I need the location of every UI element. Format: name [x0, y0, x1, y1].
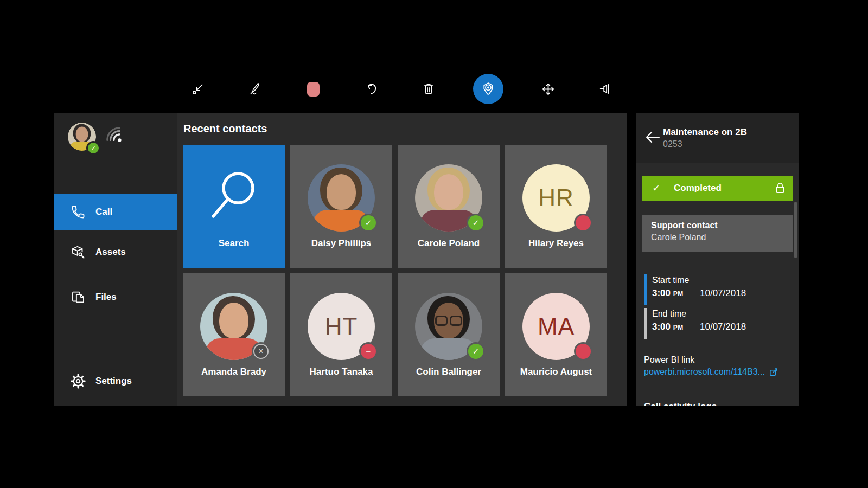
- sidebar-item-label: Settings: [95, 376, 132, 387]
- start-time-accent-bar: [644, 274, 647, 305]
- start-time-value: 3:00 PM 10/07/2018: [652, 288, 684, 299]
- search-tile[interactable]: Search: [183, 145, 285, 268]
- avatar-face: [219, 303, 248, 338]
- move-button[interactable]: [535, 76, 561, 102]
- avatar: MA: [522, 293, 590, 360]
- support-contact-card[interactable]: Support contact Carole Poland: [642, 215, 793, 252]
- check-icon: ✓: [652, 182, 661, 194]
- avatar: ✓: [308, 164, 375, 232]
- pushpin-icon: [599, 82, 613, 96]
- page-title: Recent contacts: [183, 123, 267, 135]
- avatar: ×: [200, 293, 267, 360]
- sidebar-item-label: Call: [95, 207, 112, 217]
- toolbar: [185, 74, 619, 104]
- presence-available-icon: ✓: [468, 215, 483, 230]
- presence-dnd-icon: −: [361, 344, 376, 359]
- search-icon: [205, 165, 263, 229]
- avatar: ✓: [415, 293, 482, 360]
- contact-tile-hilary-reyes[interactable]: HR Hilary Reyes: [505, 145, 607, 268]
- tag-along-button[interactable]: [473, 74, 503, 104]
- undo-icon: [364, 82, 378, 96]
- contacts-grid: Search ✓ Daisy Phillips: [183, 145, 607, 396]
- contact-tile-amanda-brady[interactable]: × Amanda Brady: [183, 273, 285, 396]
- lock-icon: [775, 182, 786, 195]
- record-swatch-icon: [307, 82, 320, 97]
- end-time-label: End time: [652, 309, 686, 319]
- sidebar: ✓ Call: [54, 113, 177, 406]
- contact-tile-colin-ballinger[interactable]: ✓ Colin Ballinger: [398, 273, 500, 396]
- presence-available-icon: ✓: [468, 344, 483, 359]
- start-date-value: 10/07/2018: [700, 288, 746, 299]
- gear-icon: [69, 373, 87, 389]
- contact-name: Carole Poland: [398, 238, 500, 249]
- contact-name: Colin Ballinger: [398, 367, 500, 377]
- contact-tile-daisy-phillips[interactable]: ✓ Daisy Phillips: [290, 145, 392, 268]
- status-label: Completed: [674, 183, 722, 194]
- contact-tile-mauricio-august[interactable]: MA Mauricio August: [505, 273, 607, 396]
- contact-tile-carole-poland[interactable]: ✓ Carole Poland: [398, 145, 500, 268]
- contacts-panel: Recent contacts Search: [177, 113, 627, 406]
- user-profile-button[interactable]: ✓: [68, 123, 98, 153]
- move-arrows-icon: [541, 82, 556, 97]
- files-icon: [69, 289, 87, 305]
- sidebar-item-label: Assets: [95, 247, 126, 258]
- back-arrow-icon: [644, 130, 661, 144]
- record-color-button[interactable]: [301, 76, 327, 102]
- contact-name: Hartuo Tanaka: [290, 367, 392, 377]
- sidebar-item-label: Files: [95, 292, 117, 303]
- avatar: HT −: [308, 293, 375, 360]
- delete-button[interactable]: [416, 76, 442, 102]
- presence-available-icon: ✓: [361, 215, 376, 230]
- avatar-face: [327, 174, 356, 210]
- sidebar-item-settings[interactable]: Settings: [54, 363, 177, 399]
- avatar: HR: [522, 164, 590, 232]
- collapse-arrow-icon: [191, 82, 205, 96]
- avatar-face: [76, 127, 88, 142]
- powerbi-label: Power BI link: [644, 355, 694, 365]
- contact-name: Daisy Phillips: [290, 238, 392, 249]
- trash-icon: [422, 82, 436, 96]
- call-activity-logs-heading: Call activity logs: [644, 401, 717, 406]
- presence-busy-icon: [576, 344, 591, 359]
- pin-button[interactable]: [593, 76, 619, 102]
- sidebar-item-files[interactable]: Files: [54, 279, 177, 315]
- end-time-value: 3:00 PM 10/07/2018: [652, 322, 684, 332]
- ink-pen-icon: [248, 82, 263, 96]
- avatar: ✓: [415, 164, 482, 232]
- contact-name: Hilary Reyes: [505, 238, 607, 249]
- support-contact-heading: Support contact: [651, 221, 793, 230]
- powerbi-link[interactable]: powerbi.microsoft.com/114B3...: [644, 367, 778, 377]
- detail-header: Maintenance on 2B 0253: [636, 113, 799, 163]
- contact-tile-hartuo-tanaka[interactable]: HT − Hartuo Tanaka: [290, 273, 392, 396]
- end-date-value: 10/07/2018: [700, 322, 746, 332]
- collapse-arrow-button[interactable]: [185, 76, 211, 102]
- end-time-accent-bar: [644, 308, 647, 339]
- search-tile-label: Search: [183, 238, 285, 249]
- presence-available-icon: ✓: [88, 143, 99, 153]
- detail-scrollbar-thumb[interactable]: [794, 202, 797, 258]
- contact-name: Amanda Brady: [183, 367, 285, 377]
- avatar-glasses: [435, 316, 462, 326]
- contact-name: Mauricio August: [505, 367, 607, 377]
- start-time-label: Start time: [652, 275, 689, 285]
- signal-strength-icon: [104, 125, 126, 146]
- ink-pen-button[interactable]: [242, 76, 269, 102]
- avatar-face: [434, 174, 463, 210]
- back-button[interactable]: [644, 130, 661, 144]
- tag-along-icon: [481, 81, 496, 97]
- status-banner[interactable]: ✓ Completed: [642, 176, 793, 201]
- sidebar-item-assets[interactable]: Assets: [54, 234, 177, 270]
- support-contact-name: Carole Poland: [651, 233, 793, 242]
- work-order-id: 0253: [663, 139, 682, 149]
- app-window: ✓ Call: [0, 0, 868, 488]
- phone-icon: [69, 204, 87, 220]
- undo-button[interactable]: [358, 76, 384, 102]
- presence-busy-icon: [576, 215, 591, 230]
- detail-panel: Maintenance on 2B 0253 ✓ Completed Suppo…: [636, 113, 799, 406]
- assets-cube-icon: [69, 244, 87, 260]
- external-link-icon: [769, 368, 778, 376]
- sidebar-item-call[interactable]: Call: [54, 194, 177, 230]
- presence-offline-icon: ×: [253, 344, 269, 359]
- work-order-title: Maintenance on 2B: [663, 127, 747, 138]
